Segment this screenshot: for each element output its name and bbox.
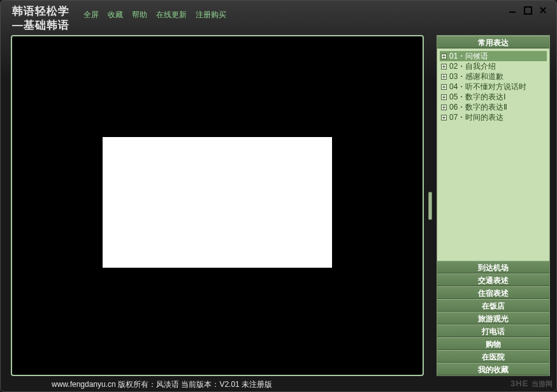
main-menu: 全屏 收藏 帮助 在线更新 注册购买 — [83, 10, 226, 20]
maximize-button[interactable] — [523, 6, 532, 15]
lesson-item[interactable]: 02・自我介绍 — [440, 61, 547, 71]
category-favorites[interactable]: 我的收藏 — [437, 363, 549, 375]
app-title-line2: —基础韩语 — [12, 18, 69, 33]
lesson-label: 07・时间的表达 — [449, 112, 503, 123]
expand-icon — [441, 84, 447, 90]
content-viewport — [11, 35, 424, 376]
status-text: www.fengdanyu.cn 版权所有：风淡语 当前版本：V2.01 未注册… — [52, 379, 272, 390]
lesson-label: 06・数字的表达Ⅱ — [449, 102, 507, 113]
sidebar: 常用表达 01・问候语 02・自我介绍 03・感谢和道歉 04・听不懂对方说话时 — [437, 35, 550, 376]
sidebar-header-common[interactable]: 常用表达 — [437, 36, 549, 48]
app-title-line1: 韩语轻松学 — [12, 4, 69, 18]
close-button[interactable] — [539, 6, 547, 15]
lesson-item[interactable]: 07・时间的表达 — [440, 112, 547, 122]
expand-icon — [441, 105, 447, 110]
lesson-label: 04・听不懂对方说话时 — [449, 82, 526, 92]
menu-register[interactable]: 注册购买 — [196, 10, 226, 20]
lesson-label: 05・数字的表达Ⅰ — [449, 92, 506, 103]
content-placeholder — [103, 137, 332, 268]
expand-icon — [441, 54, 447, 59]
category-shopping[interactable]: 购物 — [437, 337, 549, 350]
lesson-tree: 01・问候语 02・自我介绍 03・感谢和道歉 04・听不懂对方说话时 05・数… — [437, 48, 549, 261]
app-window: 韩语轻松学 —基础韩语 全屏 收藏 帮助 在线更新 注册购买 常用表达 — [0, 0, 557, 392]
menu-help[interactable]: 帮助 — [132, 10, 147, 20]
menu-favorites[interactable]: 收藏 — [108, 10, 123, 20]
expand-icon — [441, 94, 447, 100]
lesson-item[interactable]: 06・数字的表达Ⅱ — [440, 102, 547, 112]
lesson-label: 03・感谢和道歉 — [449, 71, 503, 82]
lesson-label: 02・自我介绍 — [449, 61, 496, 72]
category-transport[interactable]: 交通表述 — [437, 273, 549, 286]
category-lodging[interactable]: 住宿表述 — [437, 286, 549, 299]
category-phone[interactable]: 打电话 — [437, 324, 549, 337]
lesson-item[interactable]: 05・数字的表达Ⅰ — [440, 92, 547, 102]
statusbar: www.fengdanyu.cn 版权所有：风淡语 当前版本：V2.01 未注册… — [1, 379, 556, 391]
menu-update[interactable]: 在线更新 — [156, 10, 187, 20]
window-controls — [508, 6, 547, 15]
app-title: 韩语轻松学 —基础韩语 — [12, 4, 69, 33]
category-hospital[interactable]: 在医院 — [437, 350, 549, 363]
titlebar: 韩语轻松学 —基础韩语 全屏 收藏 帮助 在线更新 注册购买 — [1, 1, 556, 33]
sidebar-toggle-grip-icon — [428, 192, 432, 220]
minimize-button[interactable] — [508, 6, 517, 15]
sidebar-toggle[interactable] — [428, 35, 433, 376]
expand-icon — [441, 115, 447, 120]
expand-icon — [441, 64, 447, 69]
lesson-item[interactable]: 04・听不懂对方说话时 — [440, 82, 547, 92]
category-restaurant[interactable]: 在饭店 — [437, 299, 549, 312]
lesson-item[interactable]: 01・问候语 — [440, 51, 547, 61]
category-airport[interactable]: 到达机场 — [437, 261, 549, 273]
lesson-label: 01・问候语 — [449, 51, 488, 62]
lesson-item[interactable]: 03・感谢和道歉 — [440, 71, 547, 82]
category-tourism[interactable]: 旅游观光 — [437, 312, 549, 324]
expand-icon — [441, 74, 447, 80]
client-area: 常用表达 01・问候语 02・自我介绍 03・感谢和道歉 04・听不懂对方说话时 — [1, 33, 556, 379]
menu-fullscreen[interactable]: 全屏 — [83, 10, 99, 20]
